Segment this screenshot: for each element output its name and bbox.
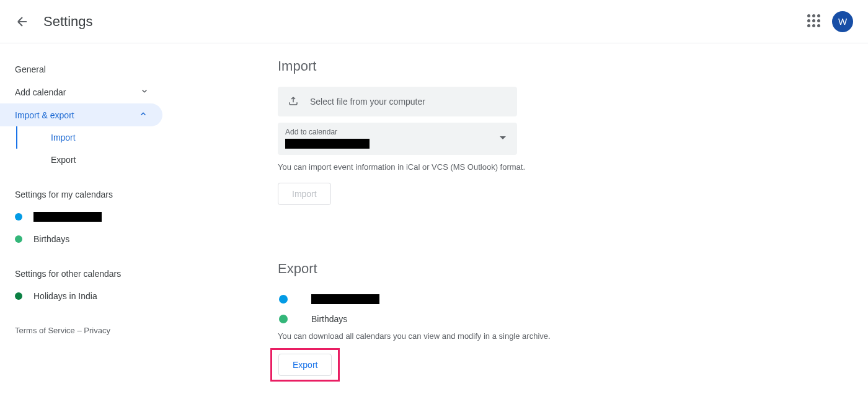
import-helper-text: You can import event information in iCal…: [278, 162, 759, 172]
sidebar-subitem-import[interactable]: Import: [16, 126, 164, 149]
sidebar: General Add calendar Import & export Imp…: [0, 43, 164, 396]
calendar-color-dot: [15, 292, 22, 300]
back-arrow-icon[interactable]: [15, 14, 30, 29]
sidebar-item-add-calendar[interactable]: Add calendar: [0, 81, 164, 103]
calendar-item-holidays[interactable]: Holidays in India: [0, 285, 164, 307]
export-calendar-label: Birthdays: [311, 314, 347, 324]
footer-links: Terms of Service – Privacy: [0, 307, 164, 354]
privacy-link[interactable]: Privacy: [84, 326, 110, 335]
import-section-heading: Import: [278, 58, 759, 74]
calendar-item-label: Holidays in India: [33, 291, 97, 301]
sidebar-section-my-calendars: Settings for my calendars: [0, 171, 164, 206]
upload-icon: [288, 95, 299, 108]
sidebar-section-other-calendars: Settings for other calendars: [0, 250, 164, 285]
export-calendar-primary: [278, 289, 759, 309]
calendar-item-primary[interactable]: [0, 206, 164, 228]
sidebar-item-general[interactable]: General: [0, 58, 164, 81]
header: Settings W: [0, 0, 868, 43]
calendar-color-dot: [279, 315, 288, 323]
main-content: Import Select file from your computer Ad…: [164, 43, 759, 396]
export-calendar-birthdays: Birthdays: [278, 309, 759, 329]
calendar-color-dot: [15, 213, 22, 221]
chevron-up-icon: [139, 110, 148, 120]
select-file-button[interactable]: Select file from your computer: [278, 87, 517, 116]
footer-separator: –: [75, 326, 84, 335]
redacted-dropdown-value: [285, 139, 370, 149]
calendar-color-dot: [15, 235, 22, 243]
annotation-highlight: Export: [270, 348, 340, 382]
terms-link[interactable]: Terms of Service: [15, 326, 75, 335]
calendar-item-birthdays[interactable]: Birthdays: [0, 228, 164, 250]
select-file-label: Select file from your computer: [310, 97, 425, 107]
redacted-calendar-name: [311, 294, 379, 304]
avatar[interactable]: W: [832, 11, 853, 32]
dropdown-arrow-icon: [500, 136, 506, 139]
sidebar-item-label: General: [15, 64, 46, 74]
export-section: Export Birthdays You can download all ca…: [278, 261, 759, 382]
google-apps-icon[interactable]: [807, 14, 822, 29]
chevron-down-icon: [140, 87, 149, 97]
redacted-calendar-name: [33, 212, 102, 222]
export-helper-text: You can download all calendars you can v…: [278, 331, 759, 341]
sidebar-subitem-export[interactable]: Export: [16, 149, 164, 171]
sidebar-item-import-export[interactable]: Import & export: [0, 103, 162, 126]
calendar-color-dot: [279, 295, 288, 304]
sidebar-item-label: Import & export: [15, 110, 74, 120]
content-container: General Add calendar Import & export Imp…: [0, 43, 868, 396]
header-left: Settings: [15, 14, 93, 30]
page-title: Settings: [43, 14, 93, 30]
field-label: Add to calendar: [285, 128, 510, 136]
add-to-calendar-dropdown[interactable]: Add to calendar: [278, 123, 517, 155]
export-section-heading: Export: [278, 261, 759, 277]
calendar-item-label: Birthdays: [33, 234, 69, 244]
export-button[interactable]: Export: [278, 354, 332, 376]
import-button[interactable]: Import: [278, 183, 331, 205]
header-right: W: [807, 11, 853, 32]
sidebar-item-label: Add calendar: [15, 87, 66, 97]
